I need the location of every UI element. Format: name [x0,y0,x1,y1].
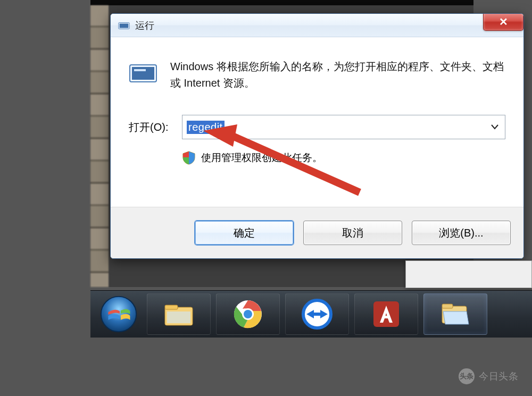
run-icon-small [118,21,130,30]
dialog-footer: 确定 取消 浏览(B)... [111,207,523,258]
viewport: 运行 ✕ Windows 将根据您所输入的名称，为您打开相应的程序、文件夹、文档… [0,0,532,396]
watermark-icon: 头条 [459,368,475,384]
titlebar[interactable]: 运行 ✕ [111,14,523,37]
background-texture [90,5,109,287]
teamviewer-icon [301,298,333,330]
open-label: 打开(O): [129,120,174,134]
open-row: 打开(O): regedit [129,115,505,139]
admin-note-row: 使用管理权限创建此任务。 [182,151,505,165]
svg-point-7 [101,297,136,332]
cancel-button[interactable]: 取消 [303,221,402,245]
open-value: regedit [187,121,225,134]
taskbar-item-teamviewer[interactable] [285,293,349,335]
admin-note-text: 使用管理权限创建此任务。 [201,151,322,165]
description-text: Windows 将根据您所输入的名称，为您打开相应的程序、文件夹、文档或 Int… [170,58,505,91]
ok-button-label: 确定 [234,226,255,240]
svg-rect-1 [120,23,129,28]
svg-rect-10 [167,311,190,323]
cancel-button-label: 取消 [342,226,363,240]
floating-panel [405,260,532,288]
run-dialog: 运行 ✕ Windows 将根据您所输入的名称，为您打开相应的程序、文件夹、文档… [110,13,524,259]
taskbar-item-folder-open[interactable] [423,293,487,335]
description-row: Windows 将根据您所输入的名称，为您打开相应的程序、文件夹、文档或 Int… [129,58,505,91]
start-button[interactable] [96,291,142,337]
run-icon-large [129,61,160,86]
folder-open-icon [440,301,471,327]
watermark: 头条 今日头条 [459,368,518,384]
open-combobox[interactable]: regedit [182,115,505,139]
svg-point-13 [244,310,252,318]
file-explorer-icon [162,300,196,328]
close-button[interactable]: ✕ [483,13,523,31]
taskbar[interactable] [90,290,532,338]
chevron-down-icon[interactable] [491,122,498,132]
close-icon: ✕ [499,15,508,28]
svg-rect-20 [442,304,453,308]
autocad-icon [370,298,402,330]
taskbar-item-autocad[interactable] [354,293,418,335]
taskbar-item-file-explorer[interactable] [147,293,211,335]
browse-button-label: 浏览(B)... [439,226,483,240]
svg-rect-9 [165,305,178,309]
browse-button[interactable]: 浏览(B)... [412,221,511,245]
svg-rect-3 [132,67,154,80]
shield-icon [182,151,196,165]
ok-button[interactable]: 确定 [195,221,294,245]
svg-rect-18 [373,301,399,327]
svg-rect-4 [134,69,146,71]
dialog-body: Windows 将根据您所输入的名称，为您打开相应的程序、文件夹、文档或 Int… [111,37,523,208]
watermark-text: 今日头条 [479,370,518,383]
window-title: 运行 [135,19,154,32]
svg-rect-17 [313,313,321,316]
watermark-glyph: 头条 [460,372,473,381]
chrome-icon [232,298,264,330]
taskbar-item-chrome[interactable] [216,293,280,335]
